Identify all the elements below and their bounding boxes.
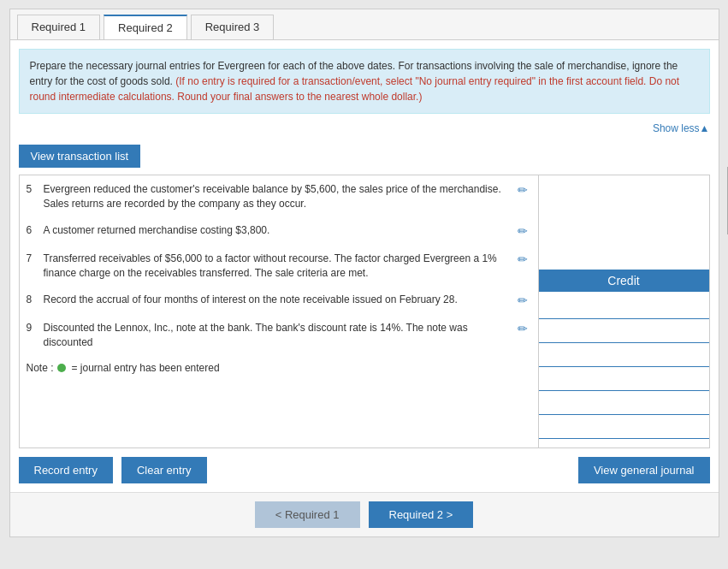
trans-num-6: 6 bbox=[27, 223, 38, 238]
note-description: = journal entry has been entered bbox=[72, 362, 220, 374]
trans-text-5: Evergreen reduced the customer's receiva… bbox=[44, 182, 512, 211]
nav-buttons: < Required 1 Required 2 > bbox=[10, 492, 719, 536]
tab-required1[interactable]: Required 1 bbox=[17, 15, 101, 39]
trans-num-9: 9 bbox=[27, 321, 38, 335]
view-transaction-list-button[interactable]: View transaction list bbox=[19, 145, 141, 168]
green-dot-icon bbox=[57, 364, 66, 372]
tab-required2[interactable]: Required 2 bbox=[104, 15, 187, 39]
credit-line-1 bbox=[539, 295, 709, 319]
edit-icon-8[interactable]: ✏ bbox=[518, 293, 531, 310]
nav-prev-button[interactable]: < Required 1 bbox=[255, 501, 360, 528]
edit-icon-6[interactable]: ✏ bbox=[518, 223, 531, 240]
show-less[interactable]: Show less▲ bbox=[10, 122, 710, 134]
edit-icon-7[interactable]: ✏ bbox=[518, 252, 531, 269]
list-item: 6 A customer returned merchandise costin… bbox=[27, 223, 531, 240]
bottom-buttons: Record entry Clear entry View general jo… bbox=[19, 457, 710, 483]
trans-text-7: Transferred receivables of $56,000 to a … bbox=[44, 252, 512, 281]
record-entry-button[interactable]: Record entry bbox=[19, 457, 113, 483]
trans-num-5: 5 bbox=[27, 182, 38, 197]
main-container: Required 1 Required 2 Required 3 Prepare… bbox=[9, 9, 719, 537]
trans-text-9: Discounted the Lennox, Inc., note at the… bbox=[44, 321, 512, 350]
list-item: 7 Transferred receivables of $56,000 to … bbox=[27, 252, 531, 281]
credit-line-2 bbox=[539, 319, 709, 343]
credit-line-6 bbox=[539, 415, 709, 439]
credit-lines bbox=[539, 295, 709, 439]
list-item: 5 Evergreen reduced the customer's recei… bbox=[27, 182, 531, 211]
trans-text-6: A customer returned merchandise costing … bbox=[44, 223, 512, 238]
credit-line-3 bbox=[539, 343, 709, 367]
credit-header: Credit bbox=[539, 270, 709, 292]
trans-num-7: 7 bbox=[27, 252, 38, 266]
credit-line-5 bbox=[539, 391, 709, 415]
content-area: 5 Evergreen reduced the customer's recei… bbox=[19, 175, 710, 448]
list-item: 8 Record the accrual of four months of i… bbox=[27, 293, 531, 310]
view-general-journal-button[interactable]: View general journal bbox=[578, 457, 710, 483]
trans-num-8: 8 bbox=[27, 293, 38, 307]
edit-icon-9[interactable]: ✏ bbox=[518, 321, 531, 338]
list-item: 9 Discounted the Lennox, Inc., note at t… bbox=[27, 321, 531, 350]
tabs-row: Required 1 Required 2 Required 3 bbox=[10, 9, 719, 40]
info-box: Prepare the necessary journal entries fo… bbox=[19, 49, 710, 114]
edit-icon-5[interactable]: ✏ bbox=[518, 182, 531, 199]
clear-entry-button[interactable]: Clear entry bbox=[121, 457, 207, 483]
journal-panel: Credit ✕ 10 ❯ -month bbox=[539, 175, 710, 448]
trans-text-8: Record the accrual of four months of int… bbox=[44, 293, 512, 307]
note-label: Note : bbox=[27, 362, 54, 374]
nav-next-button[interactable]: Required 2 > bbox=[369, 501, 474, 528]
transactions-panel: 5 Evergreen reduced the customer's recei… bbox=[19, 175, 539, 448]
credit-line-4 bbox=[539, 367, 709, 391]
tab-required3[interactable]: Required 3 bbox=[191, 15, 275, 39]
note-row: Note : = journal entry has been entered bbox=[27, 362, 531, 374]
